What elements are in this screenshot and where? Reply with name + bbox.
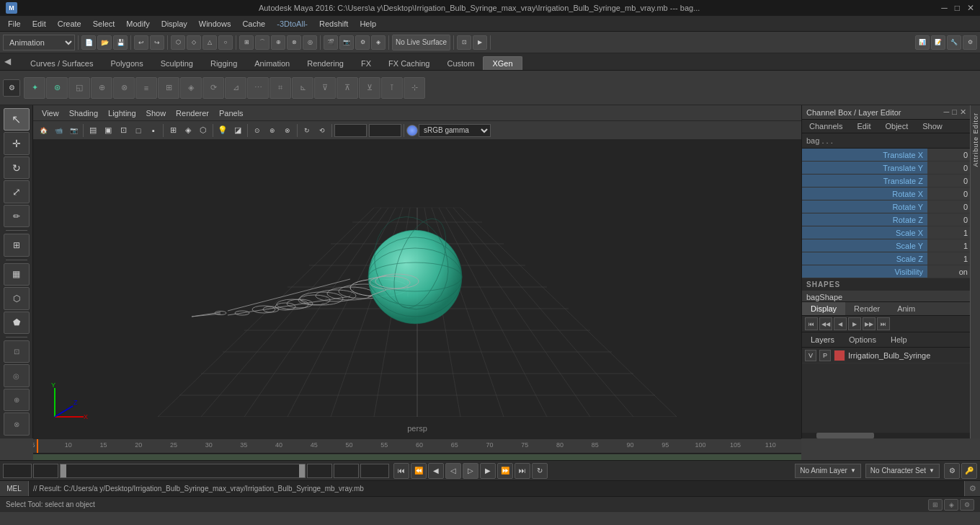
marquee-select-button[interactable]: ▦ — [4, 263, 30, 286]
range-end-input[interactable]: 120 — [307, 464, 332, 478]
tab-fx-caching[interactable]: FX Caching — [380, 57, 438, 70]
snap-to-grid-button[interactable]: ⊞ — [239, 35, 254, 50]
xgen-icon-5[interactable]: ⊗ — [113, 77, 135, 99]
pb-step-fwd-button[interactable]: ▶ — [480, 463, 496, 479]
channel-value[interactable]: 1 — [927, 252, 971, 265]
settings-button[interactable]: ⚙ — [963, 35, 977, 50]
xgen-icon-17[interactable]: ⊺ — [381, 77, 403, 99]
timeline-slider[interactable] — [60, 464, 306, 478]
constraint-icon[interactable]: ⊡ — [457, 35, 471, 50]
channel-name[interactable]: Scale Y — [802, 239, 927, 252]
channel-box-toggle[interactable]: 📊 — [915, 35, 930, 50]
xgen-icon-14[interactable]: ⊽ — [314, 77, 336, 99]
menu-modify[interactable]: Modify — [121, 18, 154, 30]
minimize-button[interactable]: ─ — [941, 3, 948, 13]
channel-value[interactable]: 0 — [927, 149, 971, 161]
menu-display[interactable]: Display — [156, 18, 192, 30]
xgen-icon-4[interactable]: ⊕ — [91, 77, 112, 99]
move-tool-button[interactable]: ✛ — [4, 132, 30, 154]
pb-next-key-button[interactable]: ⏩ — [497, 463, 513, 479]
pb-last-button[interactable]: ⏭ — [514, 463, 530, 479]
open-file-button[interactable]: 📂 — [97, 35, 112, 50]
xgen-icon-16[interactable]: ⊻ — [359, 77, 380, 99]
anim-icon[interactable]: ▶ — [473, 35, 487, 50]
channel-name[interactable]: Translate Y — [802, 162, 927, 174]
tab-curves-surfaces[interactable]: Curves / Surfaces — [22, 57, 102, 70]
xgen-icon-7[interactable]: ⊞ — [158, 77, 179, 99]
xgen-icon-8[interactable]: ◈ — [180, 77, 202, 99]
snap-to-point-button[interactable]: ⊕ — [271, 35, 285, 50]
range-start-input[interactable]: 1 — [33, 464, 58, 478]
range-bar-fill[interactable] — [33, 454, 801, 460]
vp-rotate-btn[interactable]: ↻ — [300, 123, 314, 138]
snap-to-surface-button[interactable]: ◎ — [303, 35, 317, 50]
vp-menu-panels[interactable]: Panels — [215, 107, 248, 119]
mode-select[interactable]: Animation — [3, 35, 75, 50]
xgen-icon-13[interactable]: ⊾ — [292, 77, 313, 99]
pb-play-back-button[interactable]: ◁ — [445, 463, 461, 479]
channel-name[interactable]: Translate X — [802, 149, 927, 161]
rp-close-icon[interactable]: ✕ — [960, 107, 966, 117]
tool-settings-toggle[interactable]: 🔧 — [947, 35, 961, 50]
menu-select[interactable]: Select — [88, 18, 120, 30]
menu-create[interactable]: Create — [53, 18, 86, 30]
workspace-settings-icon[interactable]: ⚙ — [3, 79, 20, 97]
layer-nav-next2[interactable]: ▶▶ — [863, 317, 876, 330]
rp-tab-edit[interactable]: Edit — [850, 120, 878, 133]
attribute-editor-toggle[interactable]: 📝 — [931, 35, 945, 50]
select-by-object-button[interactable]: ◇ — [187, 35, 201, 50]
save-file-button[interactable]: 💾 — [113, 35, 128, 50]
pb-keys-button[interactable]: 🔑 — [961, 463, 977, 479]
layer-nav-prev[interactable]: ◀ — [834, 317, 847, 330]
menu-windows[interactable]: Windows — [194, 18, 236, 30]
channel-name[interactable]: Scale X — [802, 226, 927, 239]
channel-value[interactable]: 1 — [927, 226, 971, 239]
layer-visibility-toggle[interactable]: V — [805, 350, 816, 361]
menu-3dtoall[interactable]: -3DtoAll- — [272, 18, 313, 30]
channel-value[interactable]: 0 — [927, 200, 971, 213]
cmd-settings-button[interactable]: ⚙ — [964, 481, 980, 496]
rp-tab-channels[interactable]: Channels — [802, 120, 850, 133]
xgen-icon-12[interactable]: ⌗ — [270, 77, 291, 99]
layer-pickable-toggle[interactable]: P — [819, 350, 831, 361]
channel-name[interactable]: Visibility — [802, 265, 927, 278]
vp-icon-2[interactable]: ▣ — [101, 123, 115, 138]
collapse-icon[interactable]: ◀ — [4, 56, 11, 66]
new-file-button[interactable]: 📄 — [81, 35, 96, 50]
rp-minimize-icon[interactable]: ─ — [944, 107, 950, 117]
channel-name[interactable]: Rotate X — [802, 188, 927, 200]
attr-editor-label[interactable]: Attribute Editor — [972, 112, 979, 167]
channel-value[interactable]: 0 — [927, 188, 971, 200]
vp-icon-1[interactable]: ▤ — [86, 123, 100, 138]
select-by-hierarchy-button[interactable]: ⬡ — [171, 35, 185, 50]
subtab-layers[interactable]: Layers — [805, 334, 840, 345]
vp-menu-lighting[interactable]: Lighting — [104, 107, 141, 119]
rp-maximize-icon[interactable]: □ — [952, 107, 957, 117]
char-set-dropdown[interactable]: No Character Set ▼ — [865, 464, 940, 478]
anim-layer-dropdown[interactable]: No Anim Layer ▼ — [795, 464, 861, 478]
playback-end-input[interactable]: 120 — [334, 464, 359, 478]
pb-pref-button[interactable]: ⚙ — [944, 463, 960, 479]
vp-light-icon[interactable]: 💡 — [215, 123, 230, 138]
channel-name[interactable]: Translate Z — [802, 175, 927, 187]
cmd-type-label[interactable]: MEL — [0, 481, 29, 496]
vp-texture-button[interactable]: ⬡ — [196, 123, 210, 138]
xgen-icon-15[interactable]: ⊼ — [337, 77, 358, 99]
render-settings-icon[interactable]: ⚙ — [355, 35, 370, 50]
snap-to-view-button[interactable]: ⊗ — [287, 35, 301, 50]
pb-step-back-button[interactable]: ◀ — [428, 463, 444, 479]
vp-icon-c[interactable]: ⊗ — [280, 123, 295, 138]
vp-smooth-button[interactable]: ◈ — [181, 123, 195, 138]
vp-menu-renderer[interactable]: Renderer — [172, 107, 213, 119]
val2-input[interactable]: 1.00 — [369, 124, 401, 137]
tab-animation[interactable]: Animation — [246, 57, 298, 70]
camera-prev-button[interactable]: 📹 — [51, 123, 66, 138]
status-icon-2[interactable]: ◈ — [944, 499, 958, 511]
pb-prev-key-button[interactable]: ⏪ — [411, 463, 427, 479]
vp-icon-4[interactable]: □ — [131, 123, 146, 138]
hypershade-icon[interactable]: ◈ — [371, 35, 386, 50]
lower-scroll-thumb[interactable] — [816, 433, 874, 438]
channel-name[interactable]: Rotate Y — [802, 200, 927, 213]
viewport-scene[interactable]: X Y Z persp — [33, 140, 801, 438]
val1-input[interactable]: 0.00 — [334, 124, 367, 137]
